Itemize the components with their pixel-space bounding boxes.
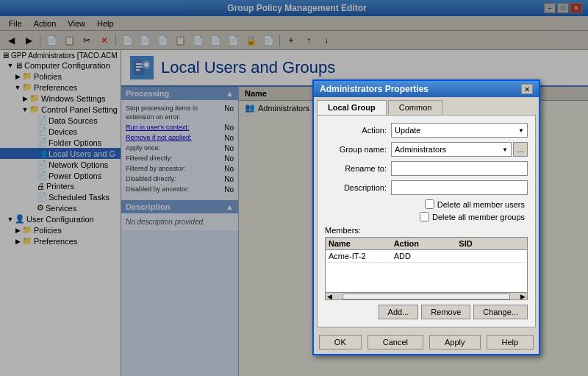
tab-local-group[interactable]: Local Group [317, 100, 387, 115]
group-name-dropdown-arrow: ▼ [502, 146, 508, 153]
members-col-sid: SID [459, 239, 524, 248]
action-label: Action: [325, 126, 391, 135]
members-section: Members: Name Action SID Acme-IT-2 ADD ◀ [325, 226, 528, 319]
rename-to-label: Rename to: [325, 164, 391, 173]
group-name-row: Group name: Administrators ▼ ... [325, 142, 528, 157]
description-row: Description: [325, 180, 528, 195]
rename-to-input[interactable] [391, 161, 528, 176]
tab-bar: Local Group Common [314, 97, 539, 115]
scroll-track[interactable] [343, 294, 510, 299]
description-form-label: Description: [325, 183, 391, 192]
ok-button[interactable]: OK [319, 335, 362, 350]
action-row: Action: Update ▼ [325, 123, 528, 138]
action-dropdown-arrow: ▼ [518, 127, 524, 134]
modal-overlay: Administrators Properties ✕ Local Group … [0, 0, 588, 376]
administrators-properties-dialog: Administrators Properties ✕ Local Group … [312, 79, 540, 355]
dialog-close-button[interactable]: ✕ [521, 84, 533, 94]
members-cell-sid-0 [459, 252, 524, 260]
group-name-select[interactable]: Administrators ▼ [391, 142, 512, 157]
remove-button[interactable]: Remove [421, 305, 470, 319]
action-value: Update [395, 126, 420, 135]
dialog-title-bar: Administrators Properties ✕ [314, 81, 539, 97]
dialog-footer: OK Cancel Apply Help [314, 330, 539, 354]
delete-groups-label: Delete all member groups [432, 213, 525, 221]
group-name-browse-button[interactable]: ... [513, 142, 528, 157]
add-button[interactable]: Add... [379, 305, 419, 319]
members-header: Name Action SID [326, 238, 527, 250]
tab-common[interactable]: Common [388, 100, 443, 115]
rename-to-row: Rename to: [325, 161, 528, 176]
change-button[interactable]: Change... [473, 305, 528, 319]
members-row-0[interactable]: Acme-IT-2 ADD [326, 250, 527, 263]
delete-users-row: Delete all member users [325, 199, 528, 209]
delete-groups-checkbox[interactable] [420, 212, 429, 221]
cancel-button[interactable]: Cancel [368, 335, 423, 350]
description-input[interactable] [391, 180, 528, 195]
apply-button[interactable]: Apply [429, 335, 481, 350]
action-select[interactable]: Update ▼ [391, 123, 528, 138]
members-scrollbar[interactable]: ◀ ▶ [326, 292, 527, 299]
dialog-body: Action: Update ▼ Group name: Administrat… [317, 115, 536, 327]
members-cell-name-0: Acme-IT-2 [329, 252, 394, 260]
group-name-label: Group name: [325, 145, 391, 154]
member-action-buttons: Add... Remove Change... [325, 305, 528, 319]
members-table: Name Action SID Acme-IT-2 ADD ◀ ▶ [325, 237, 528, 300]
group-name-value: Administrators [395, 145, 446, 154]
dialog-title-text: Administrators Properties [320, 84, 429, 94]
delete-groups-row: Delete all member groups [325, 212, 528, 221]
members-cell-action-0: ADD [394, 252, 459, 260]
members-col-action: Action [394, 239, 459, 248]
delete-users-checkbox[interactable] [425, 199, 434, 209]
delete-users-label: Delete all member users [437, 200, 525, 209]
scroll-left-icon[interactable]: ◀ [327, 293, 332, 300]
help-button[interactable]: Help [487, 335, 534, 350]
scroll-right-icon[interactable]: ▶ [520, 293, 526, 300]
members-col-name: Name [329, 239, 394, 248]
members-label: Members: [325, 226, 528, 235]
members-empty-space [326, 263, 527, 292]
